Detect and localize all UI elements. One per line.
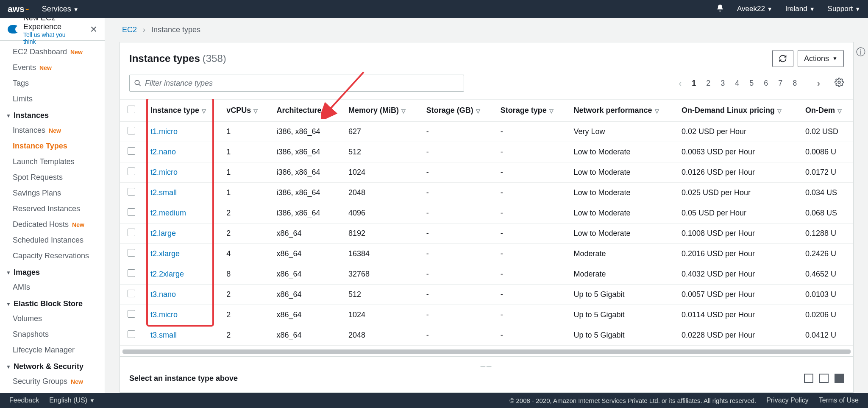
aws-logo[interactable]: aws⌣ <box>8 4 29 14</box>
feedback-link[interactable]: Feedback <box>9 397 39 404</box>
info-icon[interactable]: ⓘ <box>856 46 865 59</box>
close-icon[interactable]: × <box>90 22 97 36</box>
column-header[interactable]: vCPUs▽ <box>219 100 269 122</box>
sidebar-item[interactable]: Capacity Reservations <box>0 248 105 264</box>
instance-type-link[interactable]: t2.medium <box>150 209 186 217</box>
row-checkbox[interactable] <box>128 127 135 134</box>
column-header[interactable]: Storage (GB)▽ <box>419 100 493 122</box>
instance-type-link[interactable]: t3.nano <box>150 290 176 299</box>
sidebar-item[interactable]: Snapshots <box>0 327 105 342</box>
instance-type-link[interactable]: t2.micro <box>150 168 178 176</box>
instance-type-link[interactable]: t2.2xlarge <box>150 270 184 278</box>
column-header[interactable]: Memory (MiB)▽ <box>341 100 419 122</box>
language-menu[interactable]: English (US)▼ <box>49 397 95 404</box>
support-menu[interactable]: Support▼ <box>828 5 860 13</box>
horizontal-scrollbar[interactable] <box>122 349 851 354</box>
table-row[interactable]: t1.micro1i386, x86_64627--Very Low0.02 U… <box>120 122 853 142</box>
page-number[interactable]: 7 <box>778 79 782 87</box>
region-menu[interactable]: Ireland▼ <box>785 5 815 13</box>
page-number[interactable]: 1 <box>692 79 696 87</box>
view-mode-1[interactable] <box>804 374 813 383</box>
page-number[interactable]: 3 <box>721 79 725 87</box>
filter-input[interactable] <box>145 79 459 88</box>
sidebar-group[interactable]: ▼Instances <box>0 107 105 123</box>
row-checkbox[interactable] <box>128 147 135 155</box>
sidebar-item[interactable]: Volumes <box>0 311 105 327</box>
search-box[interactable] <box>129 75 464 92</box>
row-checkbox[interactable] <box>128 310 135 318</box>
table-row[interactable]: t2.medium2i386, x86_644096--Low to Moder… <box>120 203 853 224</box>
column-header[interactable]: Architecture▽ <box>269 100 341 122</box>
column-header[interactable]: Network performance▽ <box>566 100 673 122</box>
column-header[interactable]: On-Dem▽ <box>798 100 853 122</box>
breadcrumb-root[interactable]: EC2 <box>122 25 137 34</box>
page-number[interactable]: 6 <box>764 79 768 87</box>
row-checkbox[interactable] <box>128 269 135 277</box>
sidebar-group[interactable]: ▼Network & Security <box>0 358 105 374</box>
row-checkbox[interactable] <box>128 208 135 216</box>
page-number[interactable]: 5 <box>749 79 754 87</box>
select-all-checkbox[interactable] <box>128 106 135 113</box>
sidebar-item[interactable]: Limits <box>0 91 105 107</box>
page-number[interactable]: 8 <box>793 79 797 87</box>
sidebar-item[interactable]: Scheduled Instances <box>0 232 105 248</box>
page-number[interactable]: 2 <box>706 79 710 87</box>
sidebar-item[interactable]: Launch Templates <box>0 154 105 170</box>
refresh-button[interactable] <box>772 50 793 67</box>
instance-type-link[interactable]: t3.small <box>150 331 177 339</box>
row-checkbox[interactable] <box>128 229 135 236</box>
column-header[interactable]: Storage type▽ <box>493 100 566 122</box>
row-checkbox[interactable] <box>128 168 135 175</box>
view-mode-2[interactable] <box>819 374 829 383</box>
account-menu[interactable]: Aveek22▼ <box>737 5 773 13</box>
table-row[interactable]: t3.nano2x86_64512--Up to 5 Gigabit0.0057… <box>120 285 853 305</box>
instance-type-link[interactable]: t2.large <box>150 229 176 238</box>
instance-type-link[interactable]: t2.small <box>150 188 177 197</box>
page-number[interactable]: 4 <box>735 79 739 87</box>
row-checkbox[interactable] <box>128 330 135 338</box>
new-experience-toggle[interactable] <box>8 25 19 34</box>
table-row[interactable]: t3.micro2x86_641024--Up to 5 Gigabit0.01… <box>120 305 853 325</box>
view-mode-3[interactable] <box>835 374 844 383</box>
notifications-icon[interactable] <box>716 4 724 14</box>
settings-icon[interactable] <box>835 78 844 89</box>
new-experience-feedback-link[interactable]: Tell us what you think <box>23 31 78 45</box>
terms-link[interactable]: Terms of Use <box>819 397 859 404</box>
table-row[interactable]: t2.small1i386, x86_642048--Low to Modera… <box>120 183 853 203</box>
sidebar-item[interactable]: Spot Requests <box>0 170 105 185</box>
row-checkbox[interactable] <box>128 249 135 257</box>
table-row[interactable]: t2.micro1i386, x86_641024--Low to Modera… <box>120 162 853 183</box>
instance-type-link[interactable]: t3.micro <box>150 310 178 319</box>
sidebar-item[interactable]: Security GroupsNew <box>0 374 105 389</box>
sidebar-item[interactable]: Instance Types <box>0 138 105 154</box>
table-scroll[interactable]: Instance type▽vCPUs▽Architecture▽Memory … <box>120 99 853 349</box>
sidebar-item[interactable]: Savings Plans <box>0 185 105 201</box>
services-menu[interactable]: Services▼ <box>42 5 79 14</box>
table-row[interactable]: t2.large2x86_648192--Low to Moderate0.10… <box>120 224 853 244</box>
sidebar-item[interactable]: InstancesNew <box>0 123 105 138</box>
row-checkbox[interactable] <box>128 188 135 196</box>
resize-handle-icon[interactable]: ══ <box>481 363 493 371</box>
sidebar-item[interactable]: AMIs <box>0 279 105 295</box>
sidebar-item[interactable]: Lifecycle Manager <box>0 342 105 358</box>
sidebar-group[interactable]: ▼Images <box>0 264 105 279</box>
table-row[interactable]: t2.2xlarge8x86_6432768--Moderate0.4032 U… <box>120 264 853 285</box>
sidebar-item[interactable]: Reserved Instances <box>0 201 105 217</box>
table-row[interactable]: t2.nano1i386, x86_64512--Low to Moderate… <box>120 142 853 162</box>
actions-button[interactable]: Actions▼ <box>798 50 844 67</box>
instance-type-link[interactable]: t2.nano <box>150 148 176 156</box>
instance-type-link[interactable]: t1.micro <box>150 127 178 136</box>
row-checkbox[interactable] <box>128 290 135 297</box>
sidebar-item[interactable]: EventsNew <box>0 60 105 75</box>
instance-type-link[interactable]: t2.xlarge <box>150 249 180 258</box>
sidebar-item[interactable]: Dedicated HostsNew <box>0 217 105 232</box>
column-header[interactable]: On-Demand Linux pricing▽ <box>674 100 798 122</box>
column-header[interactable]: Instance type▽ <box>143 100 219 122</box>
sidebar-item[interactable]: EC2 DashboardNew <box>0 44 105 60</box>
table-row[interactable]: t2.xlarge4x86_6416384--Moderate0.2016 US… <box>120 244 853 264</box>
sidebar-item[interactable]: Elastic IPsNew <box>0 389 105 393</box>
privacy-link[interactable]: Privacy Policy <box>766 397 809 404</box>
table-row[interactable]: t3.small2x86_642048--Up to 5 Gigabit0.02… <box>120 325 853 346</box>
page-prev[interactable]: ‹ <box>679 78 682 88</box>
sidebar-group[interactable]: ▼Elastic Block Store <box>0 295 105 311</box>
